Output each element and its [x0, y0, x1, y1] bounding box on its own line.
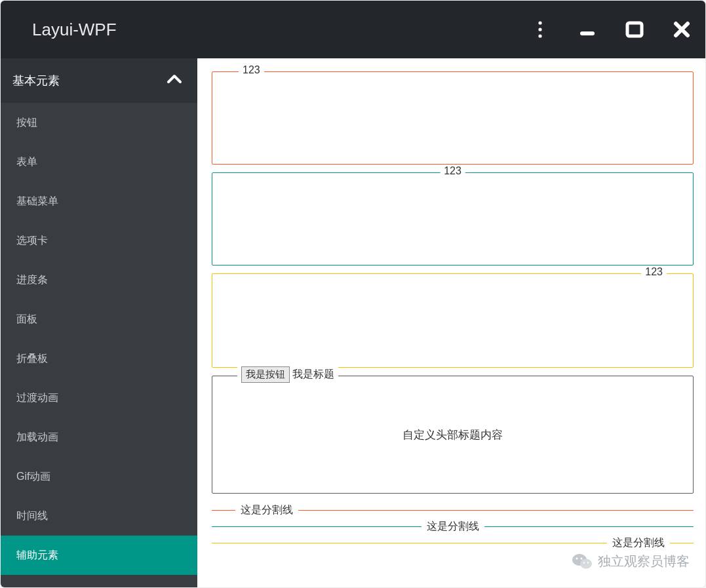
divider-label: 这是分割线 — [422, 519, 484, 533]
fieldset-legend: 123 — [239, 64, 264, 76]
legend-title: 我是标题 — [292, 368, 334, 382]
sidebar: 基本元素 按钮 表单 基础菜单 选项卡 进度条 面板 折叠板 过渡动画 加载动画… — [1, 58, 197, 587]
sidebar-item-transition[interactable]: 过渡动画 — [1, 378, 197, 418]
wechat-icon — [572, 551, 593, 572]
svg-point-0 — [538, 21, 541, 24]
divider-green: 这是分割线 — [212, 526, 694, 526]
svg-rect-4 — [627, 23, 642, 36]
sidebar-item-label: 基础菜单 — [16, 195, 58, 208]
sidebar-item-loading[interactable]: 加载动画 — [1, 418, 197, 457]
close-button[interactable] — [658, 1, 705, 58]
app-window: Layui-WPF 基本元素 — [1, 1, 705, 587]
fieldset-legend: 123 — [440, 165, 465, 177]
legend-button[interactable]: 我是按钮 — [241, 366, 290, 383]
divider-label: 这是分割线 — [607, 536, 670, 549]
sidebar-item-label: 进度条 — [16, 273, 48, 287]
fieldset-orange: 123 — [212, 71, 694, 165]
sidebar-item-label: 选项卡 — [16, 234, 48, 248]
fieldset-custom-legend: 我是按钮 我是标题 — [237, 366, 338, 383]
menu-button[interactable] — [517, 1, 564, 58]
watermark: 独立观察员博客 — [572, 551, 690, 572]
sidebar-item-tab[interactable]: 选项卡 — [1, 221, 197, 260]
svg-point-1 — [538, 28, 541, 31]
sidebar-item-gif[interactable]: Gif动画 — [1, 457, 197, 496]
fieldset-legend: 123 — [641, 266, 667, 278]
titlebar: Layui-WPF — [1, 1, 705, 58]
close-icon — [673, 20, 691, 39]
sidebar-item-label: 加载动画 — [16, 431, 58, 444]
sidebar-item-label: 时间线 — [16, 509, 48, 523]
sidebar-item-label: 面板 — [16, 313, 37, 326]
fieldset-green: 123 — [212, 172, 694, 265]
divider-yellow: 这是分割线 — [212, 542, 694, 543]
sidebar-item-label: 按钮 — [16, 116, 37, 130]
sidebar-item-form[interactable]: 表单 — [1, 142, 197, 182]
sidebar-group-label: 基本元素 — [12, 73, 60, 88]
svg-point-6 — [580, 559, 592, 569]
sidebar-item-label: 辅助元素 — [16, 549, 58, 562]
sidebar-item-label: Gif动画 — [16, 470, 50, 484]
sidebar-item-button[interactable]: 按钮 — [1, 103, 197, 142]
more-vertical-icon — [538, 20, 543, 39]
divider-label: 这是分割线 — [235, 503, 298, 517]
watermark-text: 独立观察员博客 — [598, 553, 690, 570]
sidebar-item-timeline[interactable]: 时间线 — [1, 496, 197, 536]
maximize-icon — [625, 20, 644, 39]
svg-point-10 — [587, 562, 589, 563]
fieldset-center-text: 自定义头部标题内容 — [402, 427, 503, 442]
app-title: Layui-WPF — [32, 20, 117, 40]
maximize-button[interactable] — [611, 1, 658, 58]
sidebar-item-panel[interactable]: 面板 — [1, 300, 197, 339]
svg-point-9 — [583, 562, 585, 563]
minimize-icon — [578, 20, 597, 39]
svg-point-2 — [538, 34, 541, 37]
sidebar-item-progress[interactable]: 进度条 — [1, 260, 197, 300]
fieldset-custom-header: 我是按钮 我是标题 自定义头部标题内容 — [212, 376, 694, 494]
sidebar-item-menu[interactable]: 基础菜单 — [1, 182, 197, 221]
svg-point-5 — [572, 554, 587, 566]
body: 基本元素 按钮 表单 基础菜单 选项卡 进度条 面板 折叠板 过渡动画 加载动画… — [1, 58, 705, 587]
svg-point-8 — [581, 558, 583, 560]
sidebar-item-label: 折叠板 — [16, 352, 48, 366]
sidebar-item-collapse[interactable]: 折叠板 — [1, 339, 197, 378]
content-area: 123 123 123 我是按钮 我是标题 自定义头部标题内容 这是分割线 — [197, 58, 705, 587]
sidebar-item-label: 过渡动画 — [16, 391, 58, 405]
minimize-button[interactable] — [564, 1, 611, 58]
svg-point-7 — [576, 558, 578, 560]
fieldset-yellow: 123 — [212, 273, 694, 368]
svg-rect-3 — [580, 31, 595, 35]
divider-orange: 这是分割线 — [212, 509, 694, 510]
sidebar-group-basic[interactable]: 基本元素 — [1, 58, 197, 103]
chevron-up-icon — [166, 71, 183, 91]
sidebar-item-label: 表单 — [16, 155, 37, 169]
sidebar-item-aux[interactable]: 辅助元素 — [1, 536, 197, 575]
